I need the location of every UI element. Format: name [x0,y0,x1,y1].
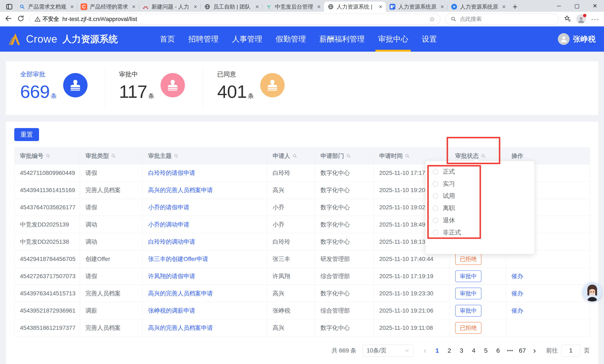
close-button[interactable]: ✕ [586,0,604,12]
next-page-button[interactable]: › [529,344,540,357]
subject-link[interactable]: 高兴的完善人员档案申请 [148,290,213,297]
approval-id-cell: 45439411361415169 [14,182,80,199]
reset-button[interactable]: 重置 [14,128,39,141]
user-menu[interactable]: 张峥税 [558,33,596,45]
radio-icon[interactable] [433,230,438,235]
address-bar[interactable]: 不安全 hr-test.zjf-it.cn/#/approval/list ☆ [29,14,440,25]
prev-page-button[interactable]: ‹ [420,344,430,357]
subject-link[interactable]: 高兴的完善人员档案申请 [148,325,213,331]
tab-close-icon[interactable]: × [255,4,259,10]
radio-icon[interactable] [433,193,438,199]
tab-title: 中竞发后台管理 [275,3,315,11]
menu-item-approval-center[interactable]: 审批中心 [378,26,408,52]
bookmark-star-icon[interactable]: ☆ [429,15,435,23]
column-search-icon[interactable] [405,153,410,159]
browser-search-box[interactable]: 点此搜索 [445,14,559,25]
radio-icon[interactable] [433,205,438,211]
browser-toolbar: 不安全 hr-test.zjf-it.cn/#/approval/list ☆ … [0,12,604,26]
subject-link[interactable]: 张三丰的创建Offer申请 [148,256,208,262]
status-option-resigned[interactable]: 离职 [433,202,534,214]
subject-link[interactable]: 小乔的调动申请 [148,221,189,228]
tab-close-icon[interactable]: × [193,4,197,10]
urge-link[interactable]: 催办 [511,273,523,279]
browser-tab[interactable]: C 产品经理的需求 × [77,2,139,12]
approval-type-cell: 请假 [80,268,143,285]
more-pages-icon[interactable]: ••• [505,344,516,357]
chevron-down-icon [405,348,409,353]
approval-type-cell: 创建Offer [80,251,143,268]
column-search-icon[interactable] [346,153,351,159]
subject-link[interactable]: 张峥税的调薪申请 [148,307,195,314]
time-cell: 2025-11-10 19:23:30 [374,285,450,302]
brand-logo[interactable]: Crowe 人力资源系统 [8,32,118,46]
subject-link[interactable]: 白玲玲的调动申请 [148,238,195,245]
status-option-retired[interactable]: 退休 [433,214,534,226]
subject-link[interactable]: 许凤翔的请假申请 [148,273,195,279]
tab-close-icon[interactable]: × [317,4,321,10]
browser-menu-icon[interactable]: ··· [591,15,599,23]
url-text[interactable]: hr-test.zjf-it.cn/#/approval/list [62,16,426,23]
approval-type-cell: 完善人员档案 [80,182,143,199]
column-search-icon[interactable] [481,153,486,159]
status-option-regular[interactable]: 正式 [433,166,534,178]
column-search-icon[interactable] [46,153,50,159]
radio-icon[interactable] [433,169,438,175]
browser-tab[interactable]: 新建问题 - 人力 × [139,2,201,12]
browser-profile-avatar[interactable] [576,14,586,24]
page-button[interactable]: 6 [493,344,503,357]
urge-link[interactable]: 催办 [511,307,523,314]
workspaces-icon[interactable] [3,2,15,12]
column-search-icon[interactable] [292,153,297,159]
last-page-button[interactable]: 67 [517,344,528,357]
subject-link[interactable]: 高兴的完善人员档案申请 [148,187,213,193]
column-search-icon[interactable] [174,153,179,159]
dept-cell: 综合管理部 [315,268,374,285]
status-option-probation[interactable]: 试用 [433,190,534,202]
column-search-icon[interactable] [111,153,116,159]
assistant-avatar[interactable] [583,282,602,301]
page-button[interactable]: 4 [468,344,479,357]
subject-link[interactable]: 白玲玲的请假申请 [148,170,195,176]
tab-close-icon[interactable]: × [70,4,74,10]
tab-close-icon[interactable]: × [440,4,444,10]
menu-item-attendance[interactable]: 假勤管理 [276,26,306,52]
status-option-intern[interactable]: 实习 [433,178,534,190]
subject-link[interactable]: 小乔的请假申请 [148,204,189,211]
approval-type-cell: 完善人员档案 [80,285,143,302]
browser-tab[interactable]: 员工自助 | 团队 × [201,2,262,12]
stat-unit: 条 [51,93,57,99]
page-size-select[interactable]: 10条/页 [363,344,414,357]
browser-tab[interactable]: 人力资源系统原 × [447,2,509,12]
menu-item-compensation[interactable]: 薪酬福利管理 [319,26,365,52]
status-option-informal[interactable]: 非正式 [433,226,534,239]
page-button[interactable]: 2 [444,344,454,357]
radio-icon[interactable] [433,181,438,187]
browser-tab[interactable]: 中竞发后台管理 × [262,2,324,12]
tab-close-icon[interactable]: × [502,4,506,10]
tab-close-icon[interactable]: × [132,4,136,10]
page-button[interactable]: 1 [432,344,442,357]
browser-tab-active[interactable]: 人力资源系统 | × [324,2,386,12]
radio-icon[interactable] [433,218,438,223]
menu-item-hr[interactable]: 人事管理 [232,26,262,52]
menu-item-home[interactable]: 首页 [160,26,175,52]
maximize-button[interactable]: ▢ [568,0,586,12]
menu-item-recruiting[interactable]: 招聘管理 [188,26,218,52]
urge-link[interactable]: 催办 [511,290,523,297]
back-icon[interactable] [5,15,12,24]
favorites-hub-icon[interactable] [564,15,571,23]
security-warning[interactable]: 不安全 [35,15,59,23]
reload-icon[interactable] [17,15,24,23]
menu-item-settings[interactable]: 设置 [422,26,437,52]
page-button[interactable]: 3 [456,344,467,357]
window-controls: ─ ▢ ✕ [550,0,604,12]
browser-tab[interactable]: 人力资源系统原 × [386,2,447,12]
goto-page-input[interactable] [561,344,580,357]
new-tab-button[interactable]: + [509,2,521,12]
browser-tab[interactable]: 产品需求文档规 × [15,2,77,12]
tab-close-icon[interactable]: × [378,4,382,10]
minimize-button[interactable]: ─ [550,0,568,12]
dept-cell: 数字化中心 [315,199,374,216]
approval-id-cell: 45438518612197377 [14,319,80,337]
page-button[interactable]: 5 [481,344,491,357]
